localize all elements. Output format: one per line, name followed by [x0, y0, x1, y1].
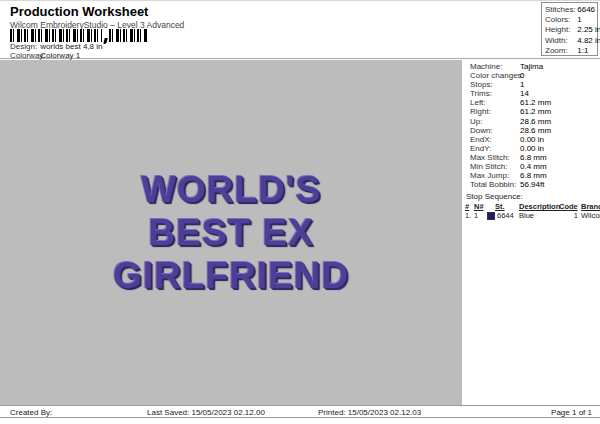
embroidery-text-line-2: BEST EX: [148, 211, 313, 254]
stop-sequence-title: Stop Sequence:: [462, 192, 600, 201]
color-changes-label: Color changes:: [470, 71, 520, 80]
info-row-up: Up:28.6 mm: [462, 117, 600, 126]
col-description: Description: [519, 202, 559, 211]
summary-row-width: Width: 4.82 in: [542, 36, 597, 46]
machine-info-panel: Machine:Tajima Color changes:0 Stops:1 T…: [462, 60, 600, 405]
design-name-row: Design: worlds best 4,8 in: [10, 42, 103, 51]
up-value: 28.6 mm: [520, 117, 551, 126]
zoom-value: 1:1: [577, 46, 588, 55]
right-label: Right:: [470, 107, 520, 116]
thread-swatch: [487, 212, 495, 220]
up-label: Up:: [470, 117, 520, 126]
col-n: N#: [474, 202, 487, 211]
barcode-bars-right: [109, 29, 148, 42]
endy-label: EndY:: [470, 144, 520, 153]
trims-value: 14: [520, 89, 529, 98]
down-label: Down:: [470, 126, 520, 135]
total-bobbin-label: Total Bobbin:: [470, 180, 520, 189]
seq-row-num: 1.: [465, 211, 474, 221]
endx-label: EndX:: [470, 135, 520, 144]
color-changes-value: 0: [520, 71, 524, 80]
colors-label: Colors:: [545, 15, 575, 25]
barcode-comma: [103, 38, 107, 44]
info-row-down: Down:28.6 mm: [462, 126, 600, 135]
colorway-value: Colorway 1: [40, 51, 80, 60]
seq-row-st: 6644: [497, 211, 519, 221]
info-row-left: Left:61.2 mm: [462, 98, 600, 107]
info-row-max-jump: Max Jump:6.8 mm: [462, 171, 600, 180]
page-title: Production Worksheet: [10, 4, 148, 19]
stops-label: Stops:: [470, 80, 520, 89]
barcode-icon: [10, 29, 148, 42]
min-stitch-value: 0.4 mm: [520, 162, 547, 171]
embroidery-text-line-3: GIRLFRIEND: [113, 254, 349, 297]
created-by-label: Created By:: [10, 408, 52, 417]
max-jump-value: 6.8 mm: [520, 171, 547, 180]
height-value: 2.25 in: [577, 25, 600, 34]
design-label: Design:: [10, 42, 38, 51]
zoom-label: Zoom:: [545, 46, 575, 56]
col-brand: Brand: [581, 202, 600, 211]
stitches-label: Stitches:: [545, 5, 575, 15]
width-label: Width:: [545, 36, 575, 46]
printed-text: Printed: 15/05/2023 02.12.03: [318, 408, 421, 417]
stitches-value: 6646: [577, 5, 595, 14]
design-summary-box: Stitches: 6646 Colors: 1 Height: 2.25 in…: [541, 2, 598, 56]
page-number: Page 1 of 1: [551, 408, 592, 417]
info-row-endx: EndX:0.00 in: [462, 135, 600, 144]
machine-value: Tajima: [520, 62, 543, 71]
colors-value: 1: [577, 15, 581, 24]
trims-label: Trims:: [470, 89, 520, 98]
info-row-min-stitch: Min Stitch:0.4 mm: [462, 162, 600, 171]
colorway-row: Colorway: Colorway 1: [10, 51, 80, 60]
summary-row-colors: Colors: 1: [542, 15, 597, 25]
seq-row-brand: Wilcom: [581, 211, 600, 221]
summary-row-zoom: Zoom: 1:1: [542, 46, 597, 56]
stops-value: 1: [520, 80, 524, 89]
machine-label: Machine:: [470, 62, 520, 71]
info-row-max-stitch: Max Stitch:6.8 mm: [462, 153, 600, 162]
colorway-label: Colorway:: [10, 51, 38, 60]
width-value: 4.82 in: [577, 36, 600, 45]
seq-row-n: 1: [474, 211, 487, 221]
info-row-trims: Trims:14: [462, 89, 600, 98]
info-row-color-changes: Color changes:0: [462, 71, 600, 80]
col-code: Code: [559, 202, 581, 211]
summary-row-height: Height: 2.25 in: [542, 25, 597, 35]
info-row-endy: EndY:0.00 in: [462, 144, 600, 153]
embroidery-text-line-1: WORLD'S: [141, 168, 321, 211]
barcode-bars-left: [10, 29, 102, 42]
info-row-total-bobbin: Total Bobbin:56.94ft: [462, 180, 600, 189]
max-stitch-label: Max Stitch:: [470, 153, 520, 162]
left-value: 61.2 mm: [520, 98, 551, 107]
endy-value: 0.00 in: [520, 144, 544, 153]
summary-row-stitches: Stitches: 6646: [542, 5, 597, 15]
total-bobbin-value: 56.94ft: [520, 180, 544, 189]
last-saved-text: Last Saved: 15/05/2023 02.12.00: [147, 408, 265, 417]
col-num: #: [465, 202, 474, 211]
endx-value: 0.00 in: [520, 135, 544, 144]
stop-sequence-table: # N# St. Description Code Brand 1. 1 664…: [462, 202, 600, 221]
down-value: 28.6 mm: [520, 126, 551, 135]
worksheet-header: Production Worksheet Wilcom EmbroiderySt…: [0, 1, 600, 59]
info-row-machine: Machine:Tajima: [462, 62, 600, 71]
info-row-stops: Stops:1: [462, 80, 600, 89]
seq-row-code: 1: [559, 211, 581, 221]
seq-row-description: Blue: [519, 211, 559, 221]
max-jump-label: Max Jump:: [470, 171, 520, 180]
min-stitch-label: Min Stitch:: [470, 162, 520, 171]
max-stitch-value: 6.8 mm: [520, 153, 547, 162]
design-canvas: WORLD'S BEST EX GIRLFRIEND: [0, 60, 462, 405]
worksheet-footer: Created By: Last Saved: 15/05/2023 02.12…: [0, 405, 600, 418]
height-label: Height:: [545, 25, 575, 35]
production-worksheet-page: Production Worksheet Wilcom EmbroiderySt…: [0, 0, 600, 424]
right-value: 61.2 mm: [520, 107, 551, 116]
left-label: Left:: [470, 98, 520, 107]
info-row-right: Right:61.2 mm: [462, 107, 600, 116]
design-value: worlds best 4,8 in: [40, 42, 102, 51]
col-st: St.: [487, 202, 519, 211]
